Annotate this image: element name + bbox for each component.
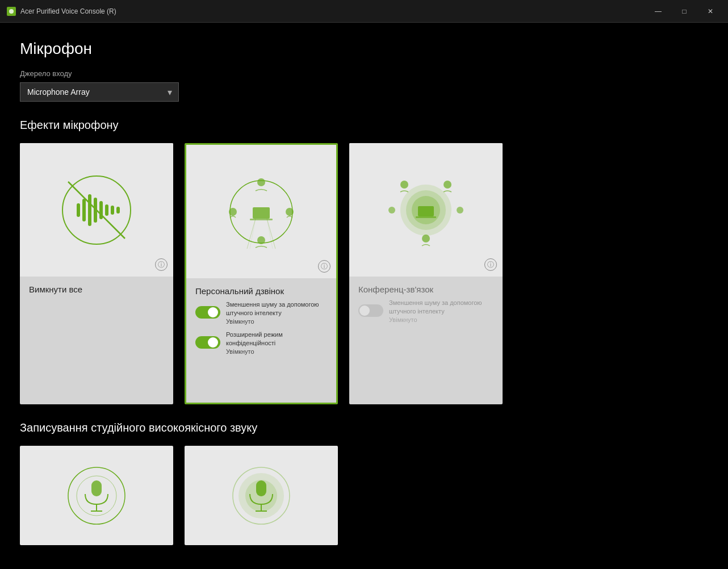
bottom-card-studio-1[interactable]: [20, 446, 173, 545]
svg-point-27: [457, 207, 463, 214]
source-select-wrapper: Microphone Array: [20, 82, 179, 102]
title-bar-left: Acer Purified Voice Console (R): [7, 7, 116, 16]
bottom-section: Записування студійного високоякісного зв…: [20, 421, 708, 545]
svg-rect-4: [82, 199, 86, 221]
toggle-row-conf-noise: Зменшення шуму за допомогою штучного інт…: [358, 299, 493, 323]
card-disable-all[interactable]: ⓘ Вимкнути все: [20, 143, 173, 404]
card-conference-call-body: Конференц-зв'язок Зменшення шуму за допо…: [349, 277, 503, 337]
card-disable-all-title: Вимкнути все: [29, 284, 164, 294]
svg-rect-36: [256, 480, 266, 496]
svg-point-14: [257, 178, 265, 186]
svg-rect-3: [77, 203, 80, 217]
card-conference-call-title: Конференц-зв'язок: [358, 284, 493, 294]
bottom-cards-grid: [20, 446, 708, 545]
close-button[interactable]: ✕: [697, 2, 723, 20]
card-conference-call[interactable]: ⓘ Конференц-зв'язок Зменшення шуму за до…: [349, 143, 503, 404]
svg-rect-9: [111, 206, 114, 215]
svg-rect-6: [94, 198, 97, 223]
conf-noise-reduction-toggle[interactable]: [358, 304, 383, 317]
effects-cards-grid: ⓘ Вимкнути все: [20, 143, 708, 404]
source-label: Джерело входу: [20, 69, 708, 78]
card-personal-call-title: Персональний дзвінок: [195, 286, 327, 296]
title-bar-text: Acer Purified Voice Console (R): [20, 7, 116, 15]
privacy-mode-state: Увімкнуто: [226, 348, 327, 355]
svg-rect-21: [418, 206, 434, 216]
card-disable-all-info-icon[interactable]: ⓘ: [155, 258, 168, 271]
minimize-button[interactable]: —: [645, 2, 671, 20]
title-bar: Acer Purified Voice Console (R) — □ ✕: [0, 0, 728, 23]
card-disable-all-image: ⓘ: [20, 143, 173, 277]
card-personal-call-info-icon[interactable]: ⓘ: [318, 260, 330, 273]
privacy-mode-toggle[interactable]: [195, 336, 220, 349]
noise-reduction-desc: Зменшення шуму за допомогою штучного інт…: [226, 300, 327, 318]
svg-rect-10: [116, 207, 120, 214]
svg-rect-13: [250, 219, 273, 220]
svg-point-16: [286, 208, 294, 216]
card-disable-all-body: Вимкнути все: [20, 277, 173, 307]
page-title: Мікрофон: [20, 40, 708, 58]
card-personal-call-image: ⓘ: [186, 145, 336, 278]
app-icon: [7, 7, 16, 16]
title-bar-controls: — □ ✕: [645, 2, 723, 20]
svg-point-17: [257, 236, 265, 244]
main-content: Мікрофон Джерело входу Microphone Array …: [0, 23, 728, 569]
maximize-button[interactable]: □: [671, 2, 697, 20]
svg-rect-30: [91, 480, 102, 496]
recording-section-title: Записування студійного високоякісного зв…: [20, 421, 708, 434]
svg-point-15: [229, 208, 237, 216]
toggle-row-noise-reduction: Зменшення шуму за допомогою штучного інт…: [195, 300, 327, 325]
svg-point-24: [444, 181, 451, 189]
svg-rect-12: [253, 207, 270, 219]
effects-section-title: Ефекти мікрофону: [20, 119, 708, 132]
svg-point-26: [388, 207, 395, 214]
svg-point-0: [9, 9, 14, 14]
svg-point-23: [400, 181, 408, 189]
card-conference-call-info-icon[interactable]: ⓘ: [484, 258, 497, 271]
svg-point-25: [422, 235, 430, 242]
card-personal-call[interactable]: ⓘ Персональний дзвінок Зменшення шуму за…: [185, 143, 338, 404]
toggle-row-privacy: Розширений режим конфіденційності Увімкн…: [195, 330, 327, 355]
bottom-card-studio-2[interactable]: [185, 446, 338, 545]
noise-reduction-state: Увімкнуто: [226, 318, 327, 325]
noise-reduction-toggle[interactable]: [195, 306, 220, 319]
conf-noise-reduction-desc: Зменшення шуму за допомогою штучного інт…: [389, 299, 493, 316]
card-personal-call-body: Персональний дзвінок Зменшення шуму за д…: [186, 278, 336, 369]
conf-noise-reduction-state: Увімкнуто: [389, 316, 493, 323]
card-conference-call-image: ⓘ: [349, 143, 503, 277]
svg-rect-8: [105, 204, 108, 216]
svg-rect-7: [99, 201, 103, 219]
bottom-card-1-image: [20, 446, 173, 545]
privacy-mode-desc: Розширений режим конфіденційності: [226, 330, 327, 348]
svg-rect-22: [416, 216, 436, 218]
svg-rect-5: [88, 194, 91, 226]
source-select[interactable]: Microphone Array: [20, 82, 179, 102]
bottom-card-2-image: [185, 446, 338, 545]
